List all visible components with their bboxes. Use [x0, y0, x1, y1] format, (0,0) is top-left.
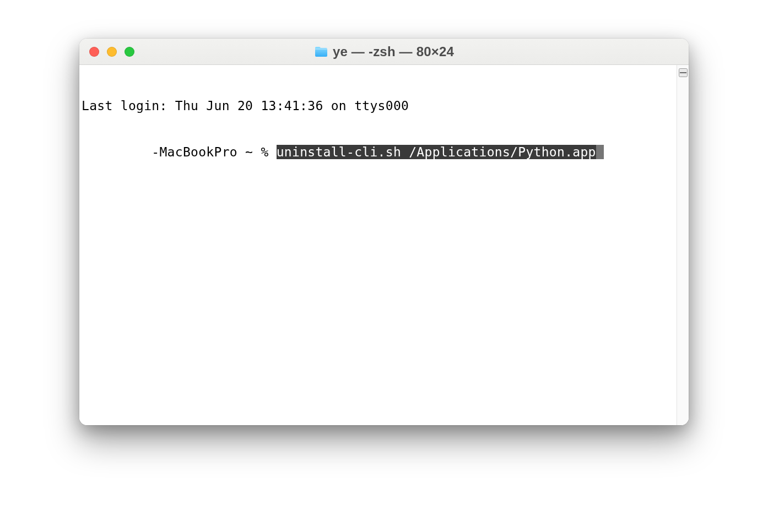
prompt-prefix: -MacBookPro ~ %: [82, 145, 277, 159]
terminal-body-area: Last login: Thu Jun 20 13:41:36 on ttys0…: [79, 65, 689, 425]
terminal-content[interactable]: Last login: Thu Jun 20 13:41:36 on ttys0…: [79, 65, 677, 425]
window-title-wrap: ye — -zsh — 80×24: [79, 44, 689, 59]
zoom-button[interactable]: [125, 47, 134, 57]
titlebar[interactable]: ye — -zsh — 80×24: [79, 39, 689, 65]
close-button[interactable]: [89, 47, 99, 57]
command-highlight: uninstall-cli.sh /Applications/Python.ap…: [277, 145, 596, 159]
cursor: [596, 145, 604, 159]
window-title: ye — -zsh — 80×24: [333, 44, 454, 59]
terminal-window: ye — -zsh — 80×24 Last login: Thu Jun 20…: [79, 39, 689, 425]
last-login-line: Last login: Thu Jun 20 13:41:36 on ttys0…: [82, 99, 409, 113]
scrollbar-position-icon: [678, 67, 689, 78]
scrollbar[interactable]: [677, 65, 689, 425]
folder-icon: [314, 46, 328, 58]
minimize-button[interactable]: [107, 47, 117, 57]
traffic-lights: [79, 39, 134, 64]
